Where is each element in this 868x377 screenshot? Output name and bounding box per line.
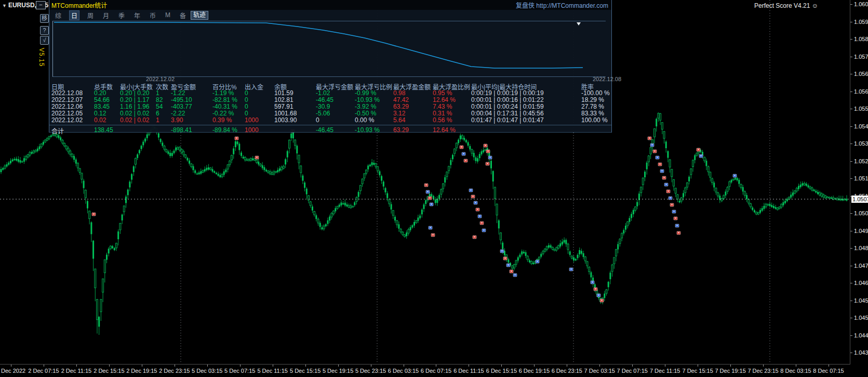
price-tick — [850, 178, 852, 179]
table-cell: 47.42 — [393, 96, 409, 103]
equity-start-date: 2022.12.02 — [146, 76, 175, 82]
equity-end-date: 2022.12.08 — [593, 76, 621, 82]
time-tick-label: 7 Dec 23:15 — [747, 368, 778, 374]
total-cell: 138.45 — [94, 126, 113, 134]
panel-menu-item-年[interactable]: 年 — [132, 10, 142, 20]
time-axis[interactable]: 2 Dec 20222 Dec 07:152 Dec 11:152 Dec 15… — [0, 365, 868, 377]
table-cell: 12.64 % — [433, 96, 456, 103]
table-cell: 63.29 — [393, 103, 409, 110]
table-cell: 0 — [245, 103, 248, 110]
time-tick — [632, 365, 633, 367]
statistics-panel: MTCommander统计 复盘侠 http://MTCommander.com… — [49, 0, 612, 133]
table-cell: 0.20 | 1.17 — [120, 96, 150, 103]
time-tick-label: 8 Dec 03:15 — [780, 368, 811, 374]
time-tick — [175, 365, 175, 367]
panel-menu-bar: 综日周月季年币M备账户轨迹 — [49, 10, 611, 20]
price-tick-label: 1.05015 — [854, 210, 868, 216]
price-tick — [850, 301, 852, 301]
table-cell: 2022.12.05 — [51, 110, 83, 117]
time-tick-label: 5 Dec 11:15 — [257, 368, 288, 374]
price-axis[interactable]: 1.060351.059501.058651.057801.056951.056… — [850, 0, 868, 377]
table-cell: -10.93 % — [355, 96, 380, 103]
panel-menu-item-周[interactable]: 周 — [86, 10, 95, 20]
table-cell: -100.00 % — [581, 89, 610, 97]
panel-move-button[interactable]: 移 — [40, 14, 49, 23]
panel-menu-item-季[interactable]: 季 — [117, 10, 126, 20]
time-tick-label: 5 Dec 03:15 — [192, 368, 222, 374]
trading-platform-window: 1.060351.059501.058651.057801.056951.056… — [0, 0, 868, 377]
time-tick — [273, 365, 273, 367]
time-tick-label: 2 Dec 19:15 — [126, 368, 157, 374]
tab-trail[interactable]: 轨迹 — [191, 11, 208, 20]
panel-menu-item-备[interactable]: 备 — [178, 10, 188, 20]
time-tick-label: 7 Dec 11:15 — [650, 368, 680, 374]
price-tick — [850, 283, 852, 283]
table-cell: 0 — [316, 116, 319, 124]
table-cell: -0.22 % — [212, 110, 234, 117]
table-cell: 0.20 — [94, 89, 106, 97]
panel-menu-item-日[interactable]: 日 — [69, 10, 79, 20]
table-cell: 0.95 % — [433, 89, 452, 97]
price-tick — [850, 318, 852, 318]
price-tick-label: 1.04760 — [854, 263, 868, 269]
panel-title-bar[interactable]: MTCommander统计 复盘侠 http://MTCommander.com — [49, 0, 611, 10]
scroll-arrow-icon[interactable] — [577, 22, 581, 25]
table-cell: 0.98 — [393, 89, 405, 97]
table-cell: -46.45 — [316, 96, 333, 103]
current-price-badge: 1.05077 — [851, 196, 868, 203]
time-tick — [142, 365, 142, 367]
time-tick — [76, 365, 77, 367]
total-cell: 12.64 % — [433, 126, 456, 134]
time-tick — [44, 365, 44, 367]
panel-menu-item-币[interactable]: 币 — [148, 10, 157, 20]
price-tick — [850, 92, 852, 92]
time-tick — [11, 365, 11, 367]
price-tick — [850, 74, 852, 74]
table-cell: 3.90 — [171, 116, 183, 124]
table-cell: 0.12 — [94, 110, 106, 117]
time-tick-label: 6 Dec 11:15 — [453, 368, 484, 374]
panel-brand-link[interactable]: 复盘侠 http://MTCommander.com — [516, 1, 608, 9]
price-tick-label: 1.04420 — [854, 332, 868, 339]
price-tick-label: 1.05780 — [854, 54, 868, 60]
total-cell: 63.29 — [393, 126, 409, 134]
table-cell: 1003.90 — [274, 116, 297, 124]
price-tick-label: 1.05355 — [854, 140, 868, 147]
trade-markers[interactable] — [92, 129, 737, 302]
time-tick-label: 7 Dec 03:15 — [584, 368, 615, 374]
time-tick-label: 6 Dec 23:15 — [552, 368, 582, 374]
price-tick — [850, 248, 852, 249]
table-cell: -1.19 % — [212, 89, 234, 97]
price-tick — [850, 4, 852, 5]
price-tick — [850, 109, 852, 109]
price-tick — [850, 335, 852, 336]
total-separator — [49, 125, 611, 125]
table-cell: 100.00 % — [581, 116, 608, 124]
chevron-down-icon: ▼ — [2, 3, 7, 8]
price-tick-label: 1.05270 — [854, 158, 868, 164]
time-tick — [436, 365, 436, 367]
panel-menu-item-月[interactable]: 月 — [101, 10, 111, 20]
time-tick-label: 5 Dec 07:15 — [224, 368, 255, 374]
panel-check-button[interactable]: √ — [40, 36, 49, 45]
table-cell: 0.39 % — [212, 116, 232, 124]
price-tick — [850, 231, 852, 231]
price-tick-label: 1.05865 — [854, 36, 868, 42]
table-cell: 0 — [245, 110, 248, 117]
time-tick-label: 2 Dec 15:15 — [94, 368, 124, 374]
table-cell: 5.64 — [393, 116, 405, 124]
table-cell: -82.81 % — [212, 96, 237, 103]
time-tick — [469, 365, 469, 367]
table-cell: 0:00:04 | 0:17:31 | 0:45:56 — [471, 110, 544, 117]
time-tick — [305, 365, 306, 367]
panel-menu-item-综[interactable]: 综 — [54, 10, 63, 20]
table-cell: 1000 — [245, 116, 259, 124]
price-tick — [850, 213, 852, 214]
table-cell: -495.10 — [171, 96, 192, 103]
panel-menu-item-M[interactable]: M — [164, 11, 172, 19]
table-cell: -0.50 % — [355, 110, 376, 117]
panel-minimize-button[interactable]: − — [36, 1, 46, 9]
price-tick-label: 1.04930 — [854, 228, 868, 234]
table-cell: 0 — [245, 89, 248, 97]
panel-help-button[interactable]: ? — [40, 26, 49, 35]
